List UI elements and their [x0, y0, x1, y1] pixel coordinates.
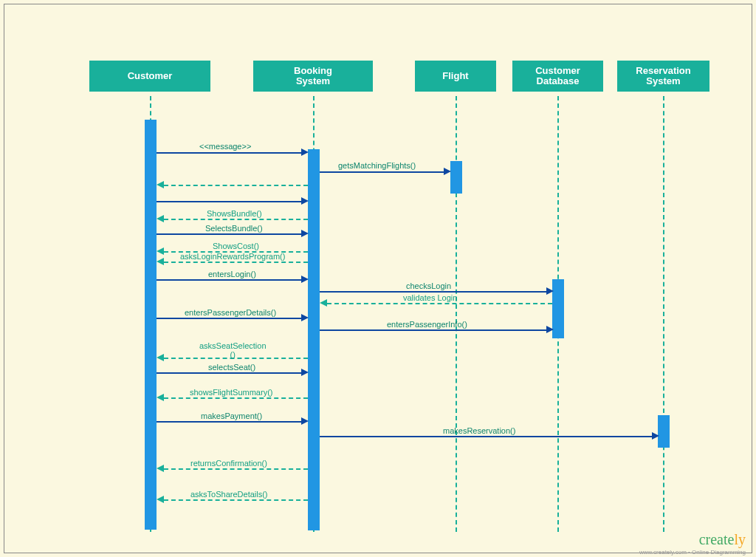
- arrow-return-1: [164, 185, 308, 186]
- arrowhead: [157, 181, 164, 188]
- activation-reservation: [658, 415, 670, 448]
- logo-tagline: www.creately.com • Online Diagramming: [639, 549, 746, 556]
- msg-asksLoginRewards: asksLoginRewardsProgram(): [180, 252, 285, 261]
- arrowhead: [320, 299, 327, 307]
- msg-returnsConfirmation: returnsConfirmation(): [190, 459, 267, 468]
- arrowhead: [301, 314, 309, 321]
- arrowhead: [157, 496, 164, 503]
- arrow-selectsSeat: [157, 372, 301, 374]
- participant-label: Booking System: [294, 66, 332, 87]
- arrow-message: [157, 152, 301, 154]
- arrow-entersPassengerDetails: [157, 318, 301, 319]
- arrow-showsBundle: [164, 219, 308, 220]
- participant-customer: Customer: [89, 61, 210, 92]
- activation-booking: [308, 149, 320, 530]
- arrowhead: [157, 247, 164, 255]
- arrowhead: [301, 369, 309, 376]
- msg-showsFlightSummary: showsFlightSummary(): [190, 388, 272, 397]
- msg-selectsBundle: SelectsBundle(): [205, 224, 263, 233]
- arrow-validatesLogin: [327, 303, 552, 304]
- arrow-asksLoginRewards: [164, 262, 308, 263]
- msg-showsCost: ShowsCost(): [213, 242, 259, 250]
- arrowhead: [652, 432, 659, 440]
- participant-label: Reservation System: [636, 66, 690, 87]
- arrow-showsFlightSummary: [164, 397, 308, 399]
- arrowhead: [301, 276, 309, 283]
- arrowhead: [157, 215, 164, 222]
- participant-customer-db: Customer Database: [512, 61, 603, 92]
- arrow-selectsBundle: [157, 233, 301, 235]
- msg-entersPassengerDetails: entersPassengerDetails(): [185, 308, 276, 317]
- arrowhead: [444, 168, 451, 175]
- participant-label: Customer: [128, 71, 173, 81]
- arrow-entersLogin: [157, 279, 301, 281]
- arrow-getsMatchingFlights: [320, 171, 444, 173]
- arrowhead: [157, 394, 164, 401]
- activation-customer-db: [552, 279, 564, 338]
- creately-logo: creately: [699, 531, 746, 548]
- participant-booking: Booking System: [253, 61, 373, 92]
- arrow-entersPassengerInfo: [320, 329, 546, 331]
- msg-entersLogin: entersLogin(): [208, 270, 256, 278]
- msg-entersPassengerInfo: entersPassengerInfo(): [387, 320, 467, 329]
- arrowhead: [546, 326, 554, 333]
- lifeline-reservation: [663, 96, 664, 532]
- msg-asksToShareDetails: asksToShareDetails(): [190, 490, 268, 499]
- arrow-req-2: [157, 201, 301, 202]
- msg-makesReservation: makesReservation(): [443, 426, 515, 435]
- arrowhead: [301, 230, 309, 237]
- activation-flight: [450, 161, 462, 194]
- arrowhead: [301, 417, 309, 425]
- arrow-makesReservation: [320, 436, 652, 437]
- msg-makesPayment: makesPayment(): [201, 411, 262, 420]
- participant-reservation: Reservation System: [617, 61, 709, 92]
- msg-asksSeatSelection: asksSeatSelection (): [199, 341, 267, 359]
- arrow-checksLogin: [320, 291, 546, 293]
- logo-text: create: [699, 531, 735, 547]
- arrowhead: [157, 354, 164, 361]
- arrowhead: [157, 465, 164, 472]
- msg-message: <<message>>: [199, 142, 251, 151]
- activation-customer: [145, 120, 157, 530]
- msg-selectsSeat: selectsSeat(): [208, 363, 255, 372]
- arrow-returnsConfirmation: [164, 468, 308, 470]
- msg-validatesLogin: validates Login: [403, 293, 457, 302]
- arrowhead: [157, 258, 164, 265]
- participant-label: Customer Database: [535, 66, 580, 87]
- participant-flight: Flight: [415, 61, 496, 92]
- arrow-asksToShareDetails: [164, 499, 308, 501]
- msg-getsMatchingFlights: getsMatchingFlights(): [338, 161, 416, 170]
- participant-label: Flight: [442, 71, 468, 81]
- arrowhead: [301, 197, 309, 205]
- arrowhead: [301, 148, 309, 156]
- arrow-makesPayment: [157, 421, 301, 423]
- logo-suffix: ly: [734, 531, 746, 547]
- arrowhead: [546, 287, 554, 295]
- msg-showsBundle: ShowsBundle(): [207, 209, 262, 218]
- msg-checksLogin: checksLogin: [406, 281, 451, 290]
